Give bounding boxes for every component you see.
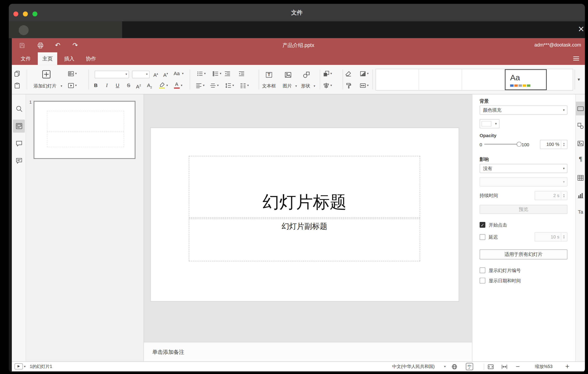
- bullet-list-icon[interactable]: [197, 70, 203, 77]
- image-icon[interactable]: [284, 71, 292, 79]
- background-fill-chevron-icon[interactable]: ▾: [563, 108, 565, 112]
- background-color-picker[interactable]: ▾: [480, 119, 500, 128]
- start-on-click-checkbox[interactable]: ✓: [480, 222, 485, 228]
- textbox-button[interactable]: 文本框: [259, 83, 279, 89]
- line-spacing-icon[interactable]: [225, 82, 232, 89]
- paragraph-settings-icon[interactable]: ¶: [576, 155, 585, 163]
- paste-icon[interactable]: [14, 82, 21, 89]
- slide-title-placeholder[interactable]: 幻灯片标题: [189, 156, 420, 218]
- theme-tile-3[interactable]: [462, 69, 505, 90]
- change-case-chevron-icon[interactable]: ▾: [182, 72, 184, 76]
- textbox-icon[interactable]: T: [265, 71, 273, 79]
- close-icon[interactable]: ×: [576, 24, 585, 34]
- slide[interactable]: 幻灯片标题 幻灯片副标题: [151, 128, 459, 301]
- line-spacing-chevron-icon[interactable]: ▾: [232, 84, 234, 88]
- comments-icon[interactable]: [15, 140, 23, 147]
- font-name-combo[interactable]: ▾: [95, 71, 129, 78]
- globe-icon[interactable]: [451, 363, 458, 370]
- color-picker-chevron-icon[interactable]: ▾: [495, 122, 497, 126]
- copy-icon[interactable]: [14, 70, 21, 77]
- theme-tile-selected[interactable]: Aa: [505, 69, 547, 90]
- apply-to-all-button[interactable]: 适用于所有幻灯片: [480, 249, 567, 259]
- slide-subtitle-placeholder[interactable]: 幻灯片副标题: [189, 219, 420, 261]
- font-size-combo[interactable]: ▾: [132, 71, 150, 78]
- table-settings-icon[interactable]: [577, 174, 584, 181]
- columns-icon[interactable]: [240, 82, 247, 89]
- superscript-button[interactable]: A2: [135, 82, 142, 90]
- italic-button[interactable]: I: [104, 82, 110, 89]
- show-date-checkbox[interactable]: [480, 278, 485, 284]
- shape-settings-icon[interactable]: [577, 122, 584, 130]
- subscript-button[interactable]: A2: [146, 82, 153, 91]
- numbered-list-chevron-icon[interactable]: ▾: [220, 72, 221, 76]
- spellcheck-icon[interactable]: abc ✓: [466, 363, 473, 370]
- opacity-slider-track[interactable]: [484, 143, 519, 145]
- image-settings-icon[interactable]: [577, 140, 584, 147]
- chat-icon[interactable]: [15, 157, 23, 165]
- start-slideshow-chevron-icon[interactable]: ▾: [75, 84, 77, 88]
- increase-indent-icon[interactable]: [238, 70, 245, 77]
- effect-option-select[interactable]: ▾: [480, 177, 567, 186]
- delay-label[interactable]: 延迟: [489, 235, 498, 240]
- opacity-spinner[interactable]: ▴▾: [561, 141, 567, 148]
- shape-fill-icon[interactable]: [359, 70, 366, 77]
- align-shapes-icon[interactable]: [323, 82, 330, 89]
- columns-chevron-icon[interactable]: ▾: [247, 84, 249, 88]
- arrange-shapes-icon[interactable]: [323, 70, 330, 77]
- highlight-color-chevron-icon[interactable]: ▾: [167, 84, 168, 88]
- increase-font-button[interactable]: A▴: [152, 70, 159, 79]
- chart-settings-icon[interactable]: [577, 192, 584, 199]
- strikethrough-button[interactable]: S: [125, 82, 132, 89]
- slide-layout-chevron-icon[interactable]: ▾: [75, 72, 77, 76]
- font-color-icon[interactable]: A: [174, 82, 180, 89]
- notes-area[interactable]: 单击添加备注: [144, 342, 472, 362]
- underline-button[interactable]: U: [114, 82, 121, 89]
- zoom-level[interactable]: 缩放%53: [528, 362, 559, 371]
- decrease-font-button[interactable]: A▾: [162, 70, 169, 79]
- opacity-input[interactable]: 100 % ▴▾: [540, 140, 567, 149]
- add-slide-icon[interactable]: [42, 70, 51, 79]
- show-slide-number-label[interactable]: 显示幻灯片编号: [489, 268, 521, 273]
- start-on-click-label[interactable]: 开始点击: [489, 222, 507, 228]
- vertical-align-icon[interactable]: [210, 82, 217, 89]
- duration-input[interactable]: 2 s ▴▾: [535, 191, 567, 200]
- vertical-align-chevron-icon[interactable]: ▾: [217, 84, 219, 88]
- zoom-out-icon[interactable]: −: [515, 362, 520, 371]
- font-size-chevron-icon[interactable]: ▾: [146, 73, 148, 77]
- tab-home[interactable]: 主页: [38, 52, 57, 65]
- highlight-color-icon[interactable]: [159, 82, 165, 89]
- add-slide-chevron-icon[interactable]: ▾: [61, 84, 62, 88]
- change-case-button[interactable]: Aa: [172, 70, 181, 77]
- slide-thumbnail[interactable]: [33, 101, 135, 159]
- preview-button[interactable]: 预览: [480, 205, 567, 214]
- shape-chevron-icon[interactable]: ▾: [314, 84, 315, 88]
- theme-tile-1[interactable]: [376, 69, 419, 90]
- bullet-list-chevron-icon[interactable]: ▾: [204, 72, 206, 76]
- bold-button[interactable]: B: [92, 82, 99, 89]
- add-slide-button[interactable]: 添加幻灯片: [30, 83, 60, 89]
- background-fill-select[interactable]: 颜色填充 ▾: [480, 105, 567, 115]
- search-icon[interactable]: [15, 105, 23, 113]
- opacity-slider-thumb[interactable]: [517, 142, 522, 147]
- tab-collaboration[interactable]: 协作: [81, 52, 101, 65]
- arrange-shapes-chevron-icon[interactable]: ▾: [330, 72, 332, 76]
- horizontal-align-icon[interactable]: [195, 82, 202, 89]
- image-chevron-icon[interactable]: ▾: [295, 84, 297, 88]
- start-preview-icon[interactable]: ▶: [14, 363, 23, 369]
- hamburger-menu-icon[interactable]: [573, 55, 580, 62]
- language-selector[interactable]: 中文(中华人民共和国): [392, 362, 435, 371]
- zoom-in-icon[interactable]: +: [565, 362, 569, 371]
- shape-fill-chevron-icon[interactable]: ▾: [367, 72, 369, 76]
- font-name-chevron-icon[interactable]: ▾: [126, 73, 127, 77]
- theme-gallery-expand-icon[interactable]: ▾: [578, 78, 580, 81]
- copy-style-icon[interactable]: [345, 82, 352, 89]
- tab-file[interactable]: 文件: [16, 52, 35, 65]
- show-date-label[interactable]: 显示日期和时间: [489, 278, 521, 283]
- fit-slide-icon[interactable]: [487, 363, 494, 370]
- textart-settings-icon[interactable]: Ta: [576, 209, 585, 215]
- clear-style-icon[interactable]: [345, 70, 352, 77]
- start-slideshow-icon[interactable]: [67, 82, 74, 89]
- image-button[interactable]: 图片: [280, 83, 295, 89]
- slide-settings-icon[interactable]: [577, 105, 584, 112]
- delay-input[interactable]: 10 s ▴▾: [535, 232, 567, 241]
